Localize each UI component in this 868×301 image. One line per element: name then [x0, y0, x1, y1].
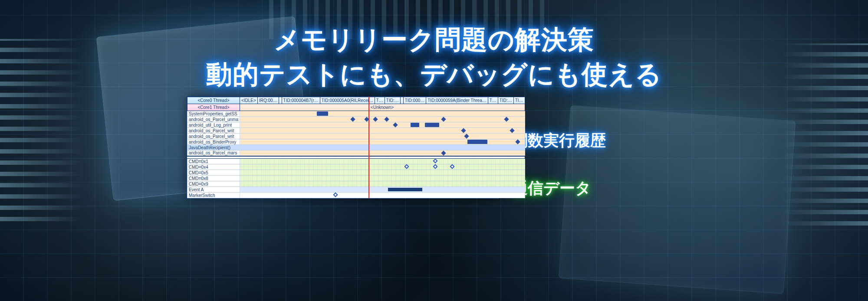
cm-row-6-track[interactable] [240, 193, 525, 198]
cm-row-6[interactable]: MarkerSwitch [187, 193, 525, 198]
fn-row-4-label: android_os_Parcel_writ [187, 134, 240, 139]
trace-panel: <Core0 Thread> <IDLE> IRQ:00… TID:000004… [187, 96, 499, 199]
fn-row-1-label: android_os_Parcel_unma [187, 117, 240, 122]
core0-seg-3[interactable]: TID:000004B7(r… [282, 97, 320, 104]
headline-line1: メモリリーク問題の解決策 [0, 23, 868, 58]
fn-row-2[interactable]: android_util_Log_print [187, 122, 525, 128]
cm-row-6-label: MarkerSwitch [187, 193, 240, 198]
core0-seg-5[interactable]: T… [375, 97, 385, 104]
cm-row-5[interactable]: Event A [187, 187, 525, 193]
fn-row-7-label: android_os_Parcel_mars [187, 150, 240, 156]
fn-row-3-label: android_os_Parcel_writ [187, 128, 240, 134]
fn-row-7-track[interactable] [240, 150, 525, 156]
cm-row-4[interactable]: CMD=0x9 [187, 181, 525, 187]
cm-row-1-track[interactable] [240, 164, 525, 170]
fn-row-5-track[interactable] [240, 139, 525, 145]
cm-row-1[interactable]: CMD=0x4 [187, 164, 525, 170]
fn-row-3[interactable]: android_os_Parcel_writ [187, 128, 525, 134]
core0-seg-2[interactable] [279, 97, 282, 104]
fn-row-5-label: android_os_BinderProxy [187, 139, 240, 145]
core0-thread-label: <Core0 Thread> [187, 97, 240, 104]
cm-row-2-track[interactable] [240, 170, 525, 176]
fn-row-2-label: android_util_Log_print [187, 122, 240, 128]
cm-row-5-label: Event A [187, 187, 240, 193]
cm-row-2-label: CMD=0x5 [187, 170, 240, 176]
fn-row-0[interactable]: SystemProperties_getSS [187, 111, 525, 117]
core0-seg-8[interactable]: TID:000… [403, 97, 426, 104]
cm-row-4-label: CMD=0x9 [187, 181, 240, 187]
core1-thread-label: <Core1 Thread> [187, 104, 240, 111]
cm-row-3-label: CMD=0x8 [187, 176, 240, 181]
fn-row-4-track[interactable] [240, 134, 525, 139]
core0-seg-0[interactable]: <IDLE> [240, 97, 257, 104]
cm-row-3[interactable]: CMD=0x8 [187, 176, 525, 181]
core0-thread-header-row: <Core0 Thread> <IDLE> IRQ:00… TID:000004… [187, 97, 525, 104]
cm-row-2[interactable]: CMD=0x5 [187, 170, 525, 176]
cm-row-3-track[interactable] [240, 176, 525, 181]
callout-func-history: 関数実行履歴 [512, 130, 606, 151]
fn-row-6-track[interactable] [240, 145, 525, 150]
core0-seg-11[interactable]: TID:… [498, 97, 513, 104]
core0-seg-6[interactable]: TID:… [385, 97, 400, 104]
fn-row-3-track[interactable] [240, 128, 525, 134]
fn-row-7[interactable]: android_os_Parcel_mars [187, 150, 525, 156]
fn-row-6[interactable]: JavaDeathRecipient() [187, 145, 525, 150]
cm-row-5-track[interactable] [240, 187, 525, 193]
core0-seg-4[interactable]: TID:000005A0(RILRecei… [320, 97, 375, 104]
fn-row-1[interactable]: android_os_Parcel_unma [187, 117, 525, 122]
core0-seg-1[interactable]: IRQ:00… [257, 97, 279, 104]
cm-row-4-track[interactable] [240, 181, 525, 187]
fn-row-2-track[interactable] [240, 122, 525, 128]
core0-seg-12[interactable]: TI… [513, 97, 525, 104]
cm-row-0[interactable]: CMD=0x1 [187, 159, 525, 164]
headline-line2: 動的テストにも、デバッグにも使える [0, 57, 868, 92]
fn-row-0-label: SystemProperties_getSS [187, 111, 240, 117]
fn-row-4[interactable]: android_os_Parcel_writ [187, 134, 525, 139]
core1-thread-header-row: <Core1 Thread> <Unknown> [187, 104, 525, 111]
fn-row-6-label: JavaDeathRecipient() [187, 145, 240, 150]
cm-row-0-track[interactable] [240, 159, 525, 164]
cm-row-0-label: CMD=0x1 [187, 159, 240, 164]
fn-row-0-track[interactable] [240, 111, 525, 117]
core0-seg-7[interactable] [400, 97, 403, 104]
core0-seg-10[interactable]: T… [488, 97, 498, 104]
fn-row-1-track[interactable] [240, 117, 525, 122]
cm-row-1-label: CMD=0x4 [187, 164, 240, 170]
fn-row-5[interactable]: android_os_BinderProxy [187, 139, 525, 145]
core1-unknown-seg[interactable]: <Unknown> [240, 104, 525, 111]
core0-seg-9[interactable]: TID:0000059A(Binder Threa… [426, 97, 488, 104]
